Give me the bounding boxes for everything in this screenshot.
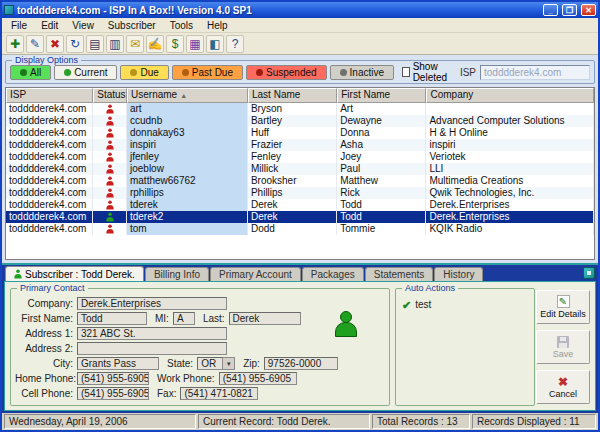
- tab-primary-account[interactable]: Primary Account: [210, 267, 301, 281]
- mi-field[interactable]: A: [173, 312, 195, 325]
- filter-past-due-button[interactable]: Past Due: [172, 65, 243, 80]
- status-person-icon: [106, 153, 113, 162]
- filter-status-icon: [130, 69, 137, 76]
- cell-company: Multimedia Creations: [426, 175, 594, 187]
- state-label: State:: [159, 358, 197, 369]
- company-field[interactable]: Derek.Enterprises: [77, 297, 227, 310]
- tab-subscriber[interactable]: Subscriber : Todd Derek.: [5, 266, 144, 281]
- billing-icon[interactable]: $: [166, 35, 184, 53]
- export-icon[interactable]: ▥: [106, 35, 124, 53]
- auto-action-label: test: [415, 299, 431, 310]
- state-select[interactable]: OR: [197, 357, 223, 370]
- table-row[interactable]: todddderek4.cominspiriFrazierAshainspiri: [6, 139, 594, 151]
- table-row[interactable]: todddderek4.comdonnakay63HuffDonnaH & H …: [6, 127, 594, 139]
- table-row[interactable]: todddderek4.comccudnbBartleyDewayneAdvan…: [6, 115, 594, 127]
- city-field[interactable]: Grants Pass: [77, 357, 159, 370]
- cancel-button[interactable]: ✖ Cancel: [536, 370, 590, 404]
- tab-packages[interactable]: Packages: [302, 267, 364, 281]
- table-row[interactable]: todddderek4.commatthew66762BrooksherMatt…: [6, 175, 594, 187]
- checkbox-checked-icon[interactable]: ✔: [402, 300, 411, 310]
- cell-last-name: Bryson: [248, 103, 337, 115]
- cell-first-name: Todd: [337, 199, 426, 211]
- table-row[interactable]: todddderek4.comrphillipsPhillipsRickQwik…: [6, 187, 594, 199]
- menu-view[interactable]: View: [65, 19, 101, 32]
- edit-subscriber-icon[interactable]: ✎: [26, 35, 44, 53]
- panel-expand-button[interactable]: [583, 267, 595, 279]
- table-row[interactable]: todddderek4.comjoeblowMillickPaulLLI: [6, 163, 594, 175]
- table-row[interactable]: todddderek4.comtderek2DerekToddDerek.Ent…: [6, 211, 594, 223]
- column-header-last-name[interactable]: Last Name: [248, 88, 337, 103]
- table-row[interactable]: todddderek4.comartBrysonArt: [6, 103, 594, 115]
- cell-last-name: Huff: [248, 127, 337, 139]
- state-dropdown-arrow-icon[interactable]: ▾: [223, 357, 235, 370]
- status-bar: Wednesday, April 19, 2006 Current Record…: [2, 413, 598, 430]
- auto-action-item[interactable]: ✔test: [402, 299, 528, 310]
- cell-username: matthew66762: [127, 175, 248, 187]
- packages-icon[interactable]: ▦: [186, 35, 204, 53]
- table-row[interactable]: todddderek4.comtderekDerekToddDerek.Ente…: [6, 199, 594, 211]
- status-person-icon: [106, 177, 113, 186]
- cell-status: [93, 211, 127, 223]
- column-header-isp[interactable]: ISP: [6, 88, 93, 103]
- maximize-button[interactable]: ❐: [562, 4, 577, 16]
- menu-file[interactable]: File: [4, 19, 34, 32]
- work-phone-field[interactable]: (541) 955-6905: [219, 372, 297, 385]
- cell-isp: todddderek4.com: [6, 115, 93, 127]
- filter-due-button[interactable]: Due: [120, 65, 168, 80]
- address2-field[interactable]: [77, 342, 227, 355]
- cell-last-name: Derek: [248, 199, 337, 211]
- status-date: Wednesday, April 19, 2006: [4, 414, 196, 429]
- refresh-icon[interactable]: ↻: [66, 35, 84, 53]
- menu-tools[interactable]: Tools: [163, 19, 200, 32]
- save-button[interactable]: Save: [536, 330, 590, 364]
- tab-statements[interactable]: Statements: [365, 267, 434, 281]
- checkbox-unchecked-icon[interactable]: [402, 67, 410, 77]
- cell-status: [93, 187, 127, 199]
- grid-header: ISPStatusUsername▲Last NameFirst NameCom…: [6, 88, 594, 103]
- fax-field[interactable]: (541) 471-0821: [180, 387, 258, 400]
- cell-status: [93, 199, 127, 211]
- filter-current-button[interactable]: Current: [54, 65, 117, 80]
- tab-history[interactable]: History: [434, 267, 483, 281]
- column-header-first-name[interactable]: First Name: [337, 88, 426, 103]
- filter-status-icon: [182, 69, 189, 76]
- delete-subscriber-icon[interactable]: ✖: [46, 35, 64, 53]
- filter-suspended-button[interactable]: Suspended: [246, 65, 327, 80]
- cell-status: [93, 103, 127, 115]
- address2-label: Address 2:: [15, 343, 77, 354]
- cell-company: Derek.Enterprises: [426, 199, 594, 211]
- close-button[interactable]: ✕: [581, 4, 596, 16]
- tab-billing-info[interactable]: Billing Info: [145, 267, 209, 281]
- first-name-field[interactable]: Todd: [77, 312, 147, 325]
- tab-label: Subscriber : Todd Derek.: [25, 269, 135, 280]
- cell-status: [93, 139, 127, 151]
- filter-inactive-button[interactable]: Inactive: [330, 65, 394, 80]
- zip-field[interactable]: 97526-0000: [264, 357, 338, 370]
- home-phone-field[interactable]: (541) 955-6905: [77, 372, 149, 385]
- table-row[interactable]: todddderek4.comtomDoddTommieKQIK Radio: [6, 223, 594, 235]
- cell-phone-field[interactable]: (541) 955-6905: [77, 387, 149, 400]
- help-icon[interactable]: ?: [226, 35, 244, 53]
- address1-field[interactable]: 321 ABC St.: [77, 327, 227, 340]
- cell-username: tom: [127, 223, 248, 235]
- reports-icon[interactable]: ◧: [206, 35, 224, 53]
- edit-details-button[interactable]: ✎ Edit Details: [536, 290, 590, 324]
- column-header-company[interactable]: Company: [426, 88, 594, 103]
- show-deleted-checkbox[interactable]: Show Deleted: [402, 61, 456, 83]
- tab-bar: Subscriber : Todd Derek. Billing InfoPri…: [2, 265, 598, 281]
- last-name-field[interactable]: Derek: [229, 312, 301, 325]
- isp-input[interactable]: todddderek4.com: [480, 65, 590, 80]
- menu-edit[interactable]: Edit: [34, 19, 65, 32]
- add-subscriber-icon[interactable]: ✚: [6, 35, 24, 53]
- cell-phone-label: Cell Phone:: [15, 388, 77, 399]
- notes-icon[interactable]: ✍: [146, 35, 164, 53]
- menu-subscriber[interactable]: Subscriber: [101, 19, 163, 32]
- minimize-button[interactable]: _: [543, 4, 558, 16]
- table-row[interactable]: todddderek4.comjfenleyFenleyJoeyVeriotek: [6, 151, 594, 163]
- email-icon[interactable]: ✉: [126, 35, 144, 53]
- menu-help[interactable]: Help: [200, 19, 235, 32]
- column-header-status[interactable]: Status: [93, 88, 127, 103]
- copy-record-icon[interactable]: ▤: [86, 35, 104, 53]
- column-header-username[interactable]: Username▲: [127, 88, 248, 103]
- filter-all-button[interactable]: All: [10, 65, 51, 80]
